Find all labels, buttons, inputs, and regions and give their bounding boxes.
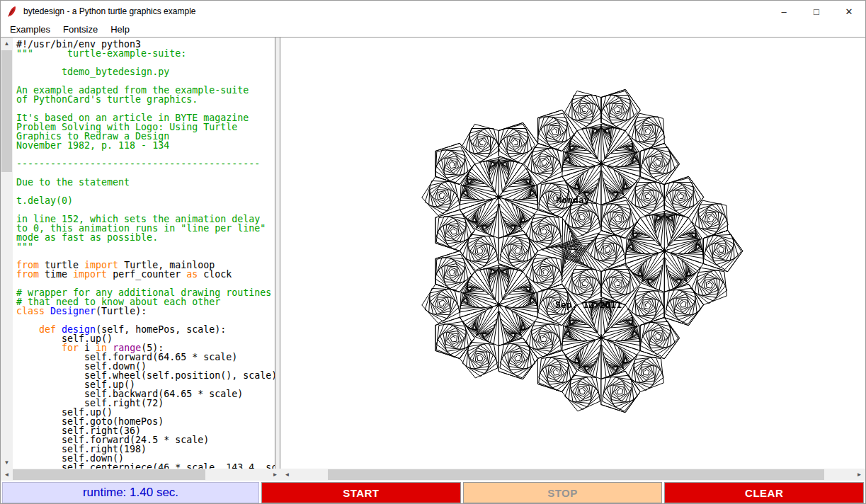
code-line: mode as fast as possible. bbox=[16, 233, 275, 242]
menu-examples[interactable]: Examples bbox=[4, 23, 57, 35]
close-button[interactable]: ✕ bbox=[833, 1, 865, 22]
code-line: of PythonCard's turtle graphics. bbox=[16, 95, 275, 104]
bottom-bar: runtime: 1.40 sec. START STOP CLEAR bbox=[1, 481, 865, 504]
menu-fontsize[interactable]: Fontsize bbox=[57, 23, 104, 35]
runtime-label: runtime: 1.40 sec. bbox=[2, 482, 259, 503]
code-line: class Designer(Turtle): bbox=[16, 307, 275, 316]
code-line: Due to the statement bbox=[16, 178, 275, 187]
caption-controls: – □ ✕ bbox=[768, 1, 865, 22]
title-bar: bytedesign - a Python turtle graphics ex… bbox=[1, 1, 865, 22]
turtle-drawing bbox=[280, 38, 865, 469]
code-line: """ bbox=[16, 242, 275, 251]
scroll-down-icon[interactable]: ▼ bbox=[1, 457, 13, 469]
code-text[interactable]: #!/usr/bin/env python3""" turtle-example… bbox=[13, 38, 275, 469]
main-area: ▲ ▼ #!/usr/bin/env python3""" turtle-exa… bbox=[1, 37, 865, 469]
canvas-horizontal-scrollbar[interactable]: ◄ ► bbox=[281, 469, 865, 481]
code-line: ----------------------------------------… bbox=[16, 159, 275, 168]
hscroll-row: ◄ ► ◄ ► bbox=[1, 469, 865, 481]
pane-divider bbox=[275, 38, 280, 469]
stop-button[interactable]: STOP bbox=[463, 482, 663, 503]
scroll-left-icon[interactable]: ◄ bbox=[281, 469, 293, 481]
scroll-right-icon[interactable]: ► bbox=[853, 469, 865, 481]
window-title: bytedesign - a Python turtle graphics ex… bbox=[23, 6, 195, 16]
menu-bar: Examples Fontsize Help bbox=[1, 22, 865, 37]
start-button[interactable]: START bbox=[261, 482, 461, 503]
horizontal-scroll-thumb[interactable] bbox=[13, 469, 205, 480]
scroll-left-icon[interactable]: ◄ bbox=[1, 469, 13, 481]
code-horizontal-scrollbar[interactable]: ◄ ► bbox=[1, 469, 281, 481]
code-line: tdemo_bytedesign.py bbox=[16, 67, 275, 76]
clear-button[interactable]: CLEAR bbox=[664, 482, 864, 503]
scroll-up-icon[interactable]: ▲ bbox=[1, 38, 13, 50]
horizontal-scroll-thumb[interactable] bbox=[328, 469, 824, 480]
vertical-scroll-thumb[interactable] bbox=[1, 50, 12, 172]
code-line: from time import perf_counter as clock bbox=[16, 270, 275, 279]
code-line: t.delay(0) bbox=[16, 196, 275, 205]
turtle-canvas-pane bbox=[280, 38, 865, 469]
code-vertical-scrollbar[interactable]: ▲ ▼ bbox=[1, 38, 13, 469]
app-icon bbox=[6, 6, 18, 18]
code-line: self.centerpiece(46 * scale, 143.4, scal… bbox=[16, 463, 275, 469]
menu-help[interactable]: Help bbox=[104, 23, 136, 35]
maximize-button[interactable]: □ bbox=[800, 1, 833, 22]
code-line: """ turtle-example-suite: bbox=[16, 49, 275, 58]
minimize-button[interactable]: – bbox=[768, 1, 800, 22]
code-line: November 1982, p. 118 - 134 bbox=[16, 141, 275, 150]
app-window: bytedesign - a Python turtle graphics ex… bbox=[0, 0, 866, 504]
scroll-right-icon[interactable]: ► bbox=[269, 469, 281, 481]
